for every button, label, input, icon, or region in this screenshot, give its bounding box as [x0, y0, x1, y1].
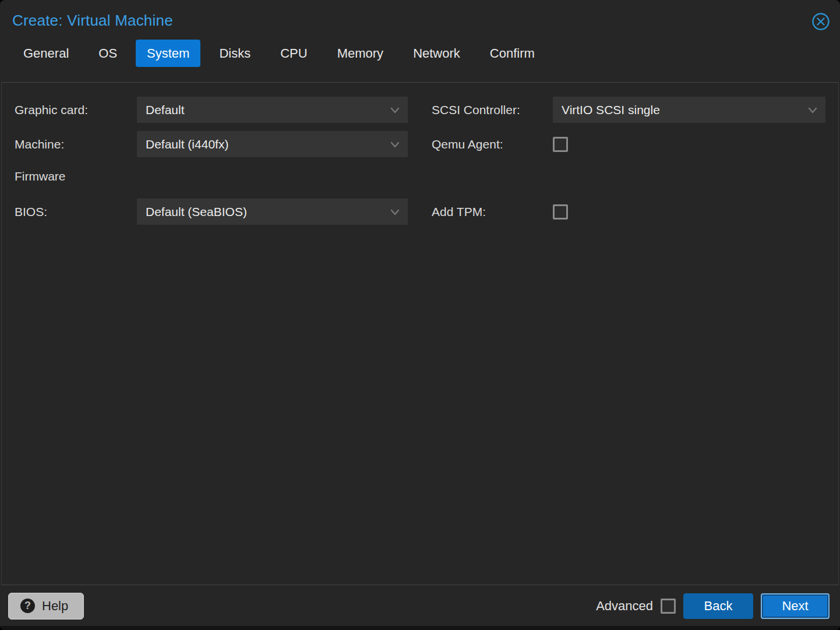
dialog-title: Create: Virtual Machine: [12, 12, 828, 30]
qemu-agent-row: Qemu Agent:: [432, 131, 568, 157]
tab-network[interactable]: Network: [402, 40, 471, 67]
chevron-down-icon: [388, 205, 402, 219]
form-panel: Graphic card: Default Machine: Default (…: [1, 82, 839, 585]
scsi-controller-select[interactable]: VirtIO SCSI single: [553, 97, 825, 123]
bios-select[interactable]: Default (SeaBIOS): [137, 199, 408, 225]
machine-label: Machine:: [15, 137, 137, 151]
qemu-agent-checkbox[interactable]: [553, 137, 568, 152]
dialog-header: Create: Virtual Machine General OS Syste…: [0, 0, 840, 73]
question-circle-icon: ?: [20, 599, 35, 613]
chevron-down-icon: [388, 137, 402, 151]
graphic-card-value: Default: [137, 103, 185, 117]
tab-confirm[interactable]: Confirm: [479, 40, 546, 67]
tab-memory[interactable]: Memory: [326, 40, 394, 67]
scsi-controller-value: VirtIO SCSI single: [553, 103, 660, 117]
scsi-controller-label: SCSI Controller:: [432, 103, 553, 117]
create-vm-dialog: Create: Virtual Machine General OS Syste…: [0, 0, 840, 630]
machine-select[interactable]: Default (i440fx): [137, 131, 408, 157]
bios-label: BIOS:: [15, 205, 137, 219]
chevron-down-icon: [388, 103, 402, 117]
qemu-agent-label: Qemu Agent:: [432, 137, 553, 151]
add-tpm-label: Add TPM:: [432, 205, 553, 219]
close-button[interactable]: [811, 12, 831, 31]
add-tpm-checkbox[interactable]: [553, 204, 568, 220]
dialog-footer: ? Help Advanced Back Next: [0, 586, 840, 626]
back-button[interactable]: Back: [683, 593, 753, 619]
tab-disks[interactable]: Disks: [208, 40, 262, 67]
wizard-tabs: General OS System Disks CPU Memory Netwo…: [12, 40, 828, 73]
scsi-controller-row: SCSI Controller: VirtIO SCSI single: [432, 97, 825, 123]
firmware-section: Firmware: [15, 168, 66, 185]
add-tpm-row: Add TPM:: [432, 199, 568, 225]
footer-actions: Advanced Back Next: [596, 593, 830, 619]
next-button[interactable]: Next: [761, 593, 830, 619]
bios-value: Default (SeaBIOS): [137, 205, 247, 219]
advanced-label: Advanced: [596, 599, 653, 614]
firmware-section-label: Firmware: [15, 168, 66, 185]
tab-general[interactable]: General: [12, 40, 80, 67]
help-button[interactable]: ? Help: [8, 593, 84, 620]
advanced-checkbox[interactable]: [661, 599, 676, 614]
window-bottom-edge: [0, 626, 840, 630]
tab-system[interactable]: System: [136, 40, 200, 67]
machine-row: Machine: Default (i440fx): [15, 131, 408, 157]
graphic-card-label: Graphic card:: [15, 103, 137, 117]
tab-os[interactable]: OS: [87, 40, 128, 67]
tab-cpu[interactable]: CPU: [269, 40, 318, 67]
close-icon: [811, 24, 831, 33]
graphic-card-row: Graphic card: Default: [15, 97, 408, 123]
help-button-label: Help: [42, 599, 68, 614]
graphic-card-select[interactable]: Default: [137, 97, 408, 123]
machine-value: Default (i440fx): [137, 137, 228, 151]
chevron-down-icon: [806, 103, 820, 117]
bios-row: BIOS: Default (SeaBIOS): [15, 199, 408, 225]
